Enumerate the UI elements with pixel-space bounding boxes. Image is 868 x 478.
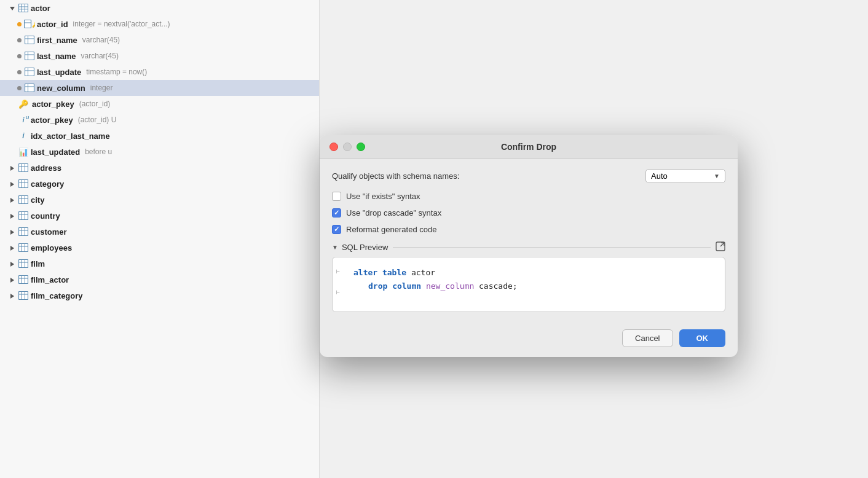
sql-code-box: ⊢⊢ alter table actor drop column new_col… <box>332 257 725 312</box>
close-window-button[interactable] <box>329 143 338 151</box>
col3-icon <box>23 68 36 76</box>
svg-rect-40 <box>19 244 28 252</box>
tree-actor-pkey-uk[interactable]: iU actor_pkey (actor_id) U <box>0 112 319 128</box>
cb-if-exists-label: Use "if exists" syntax <box>346 192 420 201</box>
tree-col-first-name[interactable]: first_name varchar(45) <box>0 32 319 48</box>
actor-pkey-meta: (actor_id) <box>79 100 111 108</box>
schema-names-row: Qualify objects with schema names: Auto … <box>332 169 725 183</box>
kw-new-column: new_column <box>426 281 474 291</box>
customer-toggle-icon[interactable] <box>7 229 17 235</box>
last-update-label: last_update <box>37 68 81 77</box>
category-table-label: category <box>31 179 64 189</box>
actor-pkey-label: actor_pkey <box>32 100 74 109</box>
svg-rect-28 <box>19 196 28 204</box>
svg-rect-24 <box>19 180 28 188</box>
sql-preview-label: SQL Preview <box>342 243 388 252</box>
tree-col-last-name[interactable]: last_name varchar(45) <box>0 48 319 64</box>
tree-actor-table[interactable]: actor <box>0 0 319 16</box>
svg-line-57 <box>720 243 724 246</box>
actor-table-icon <box>17 4 30 12</box>
maximize-window-button[interactable] <box>357 143 365 151</box>
address-toggle-icon[interactable] <box>7 165 17 171</box>
tree-country-table[interactable]: country <box>0 208 319 224</box>
key-col-icon: 🔑 <box>23 20 36 28</box>
nullable-dot-icon <box>17 38 22 42</box>
traffic-lights <box>329 143 365 151</box>
schema-names-select[interactable]: Auto ▼ <box>645 169 725 183</box>
ok-button[interactable]: OK <box>679 329 726 347</box>
film-toggle-icon[interactable] <box>7 261 17 267</box>
col2-icon <box>23 52 36 60</box>
sql-preview-divider <box>393 247 711 248</box>
nullable-dot4-icon <box>17 86 22 90</box>
actor-pkey-uk-label: actor_pkey <box>31 116 73 125</box>
sql-line-marker: ⊢⊢ <box>336 266 340 297</box>
film-category-toggle-icon[interactable] <box>7 292 17 299</box>
schema-names-value: Auto <box>651 171 668 181</box>
first-name-type: varchar(45) <box>82 36 120 44</box>
minimize-window-button[interactable] <box>343 143 352 151</box>
tree-category-table[interactable]: category <box>0 176 319 192</box>
category-toggle-icon[interactable] <box>7 181 17 187</box>
pk-dot-icon <box>17 22 22 26</box>
cb-drop-cascade-label: Use "drop cascade" syntax <box>346 208 441 217</box>
tree-film-actor-table[interactable]: film_actor <box>0 272 319 288</box>
last-updated-stat-label: last_updated <box>31 147 80 157</box>
cb-drop-cascade-checkbox[interactable] <box>332 208 341 217</box>
cb-if-exists-checkbox[interactable] <box>332 192 341 201</box>
tree-employees-table[interactable]: employees <box>0 240 319 256</box>
cb-reformat-checkbox[interactable] <box>332 225 341 234</box>
svg-rect-0 <box>19 4 28 12</box>
svg-rect-20 <box>19 164 28 172</box>
address-table-label: address <box>31 163 61 173</box>
employees-toggle-icon[interactable] <box>7 245 17 251</box>
idx-label: idx_actor_last_name <box>31 131 110 141</box>
tree-idx-actor-last-name[interactable]: i idx_actor_last_name <box>0 128 319 144</box>
sql-preview-toggle-icon[interactable]: ▼ <box>332 244 338 251</box>
svg-rect-32 <box>19 212 28 220</box>
country-toggle-icon[interactable] <box>7 213 17 219</box>
nullable-dot3-icon <box>17 70 22 74</box>
svg-rect-5 <box>25 20 31 28</box>
tree-col-actor-id[interactable]: 🔑 actor_id integer = nextval('actor_act.… <box>0 16 319 32</box>
dialog-footer: Cancel OK <box>320 322 738 357</box>
tree-col-new-column[interactable]: new_column integer <box>0 80 319 96</box>
sql-preview-expand-icon[interactable] <box>716 241 725 253</box>
tree-col-last-update[interactable]: last_update timestamp = now() <box>0 64 319 80</box>
film-category-table-icon <box>17 291 30 300</box>
sql-preview-section: ▼ SQL Preview ⊢⊢ alter <box>332 241 725 312</box>
category-table-icon <box>17 179 30 188</box>
svg-rect-36 <box>19 228 28 236</box>
nullable-dot2-icon <box>17 54 22 58</box>
kw-drop: drop <box>368 281 387 291</box>
last-name-label: last_name <box>37 52 76 61</box>
tree-address-table[interactable]: address <box>0 160 319 176</box>
tree-actor-pkey[interactable]: 🔑 actor_pkey (actor_id) <box>0 96 319 112</box>
confirm-drop-dialog: Confirm Drop Qualify objects with schema… <box>320 135 738 357</box>
select-dropdown-icon: ▼ <box>714 173 720 179</box>
actor-toggle-icon[interactable] <box>7 5 17 12</box>
uk-icon: iU <box>17 116 30 123</box>
tree-city-table[interactable]: city <box>0 192 319 208</box>
actor-id-label: actor_id <box>37 20 68 29</box>
tree-last-updated-stat[interactable]: 📊 last_updated before u <box>0 144 319 160</box>
sidebar-panel: actor 🔑 actor_id integer = nextval('acto… <box>0 0 320 478</box>
svg-rect-52 <box>19 292 28 300</box>
svg-text:🔑: 🔑 <box>32 21 35 28</box>
last-updated-stat-meta: before u <box>85 147 112 156</box>
cb-if-exists-row: Use "if exists" syntax <box>332 192 725 201</box>
tree-film-category-table[interactable]: film_category <box>0 288 319 304</box>
tree-customer-table[interactable]: customer <box>0 224 319 240</box>
cancel-button[interactable]: Cancel <box>622 329 673 347</box>
svg-rect-8 <box>25 36 34 44</box>
film-actor-toggle-icon[interactable] <box>7 276 17 283</box>
sql-code-content: alter table actor drop column new_column… <box>353 266 715 293</box>
pkey-icon: 🔑 <box>17 100 30 109</box>
svg-rect-14 <box>25 68 34 76</box>
city-table-label: city <box>31 195 44 205</box>
first-name-label: first_name <box>37 36 77 45</box>
tree-film-table[interactable]: film <box>0 256 319 272</box>
film-category-table-label: film_category <box>31 291 83 300</box>
svg-rect-17 <box>25 84 34 92</box>
city-toggle-icon[interactable] <box>7 197 17 203</box>
